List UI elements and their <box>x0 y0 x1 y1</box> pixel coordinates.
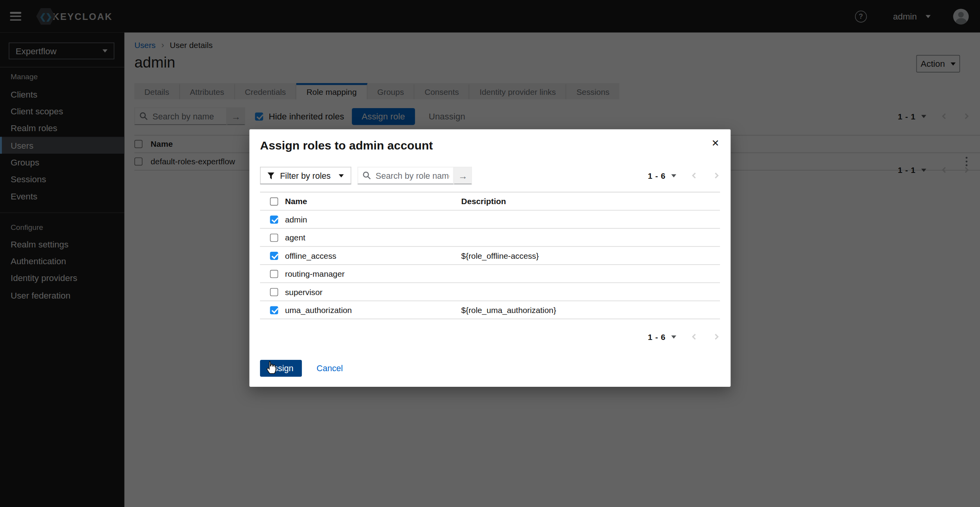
next-page-icon[interactable] <box>713 172 720 179</box>
previous-page-icon[interactable] <box>691 333 698 340</box>
close-icon[interactable]: ✕ <box>711 138 719 148</box>
table-row[interactable]: supervisor <box>260 283 720 301</box>
role-name: agent <box>285 233 305 242</box>
select-all-checkbox[interactable] <box>270 197 278 205</box>
available-roles-table: Name Description admin agent offline_acc… <box>260 192 720 319</box>
chevron-down-icon <box>339 174 344 177</box>
pagination-range: 1 - 6 <box>648 332 666 342</box>
role-name: supervisor <box>285 287 323 297</box>
table-row[interactable]: admin <box>260 210 720 228</box>
modal-pagination-top: 1 - 6 <box>648 171 720 180</box>
column-header-description: Description <box>461 196 506 206</box>
table-row[interactable]: offline_access ${role_offline-access} <box>260 247 720 265</box>
modal-title: Assign roles to admin account <box>260 139 433 152</box>
keycloak-admin-console: ❮❯ KEYCLOAK ? admin Expertflow Manage Cl… <box>0 0 980 507</box>
table-row[interactable]: uma_authorization ${role_uma_authorizati… <box>260 301 720 319</box>
role-description: ${role_offline-access} <box>461 251 539 260</box>
modal-pagination-bottom: 1 - 6 <box>648 332 720 342</box>
pagination-range: 1 - 6 <box>648 171 666 180</box>
role-name: uma_authorization <box>285 305 352 315</box>
modal-toolbar: Filter by roles → 1 - 6 <box>260 167 720 184</box>
filter-by-roles-dropdown[interactable]: Filter by roles <box>260 167 351 184</box>
table-row[interactable]: routing-manager <box>260 265 720 283</box>
search-by-role-name-input[interactable] <box>358 167 454 184</box>
filter-icon <box>267 172 274 179</box>
row-checkbox[interactable] <box>270 233 278 242</box>
row-checkbox[interactable] <box>270 215 278 223</box>
role-name: routing-manager <box>285 269 345 278</box>
role-description: ${role_uma_authorization} <box>461 305 556 315</box>
row-checkbox[interactable] <box>270 306 278 314</box>
cancel-button[interactable]: Cancel <box>317 364 343 373</box>
previous-page-icon[interactable] <box>691 172 698 179</box>
role-name: offline_access <box>285 251 337 260</box>
row-checkbox[interactable] <box>270 270 278 278</box>
search-submit-button[interactable]: → <box>454 167 472 184</box>
role-name: admin <box>285 215 307 224</box>
column-header-name: Name <box>285 196 307 206</box>
assign-button[interactable]: Assign <box>260 360 302 377</box>
table-row[interactable]: agent <box>260 229 720 247</box>
pagination-menu-toggle[interactable] <box>671 335 676 338</box>
table-header-row: Name Description <box>260 192 720 210</box>
assign-roles-modal: Assign roles to admin account ✕ Filter b… <box>249 129 731 387</box>
row-checkbox[interactable] <box>270 288 278 296</box>
filter-label: Filter by roles <box>280 171 331 180</box>
modal-footer: Assign Cancel <box>260 360 343 377</box>
search-icon <box>362 171 371 180</box>
next-page-icon[interactable] <box>713 333 720 340</box>
row-checkbox[interactable] <box>270 251 278 260</box>
pagination-menu-toggle[interactable] <box>671 174 676 177</box>
